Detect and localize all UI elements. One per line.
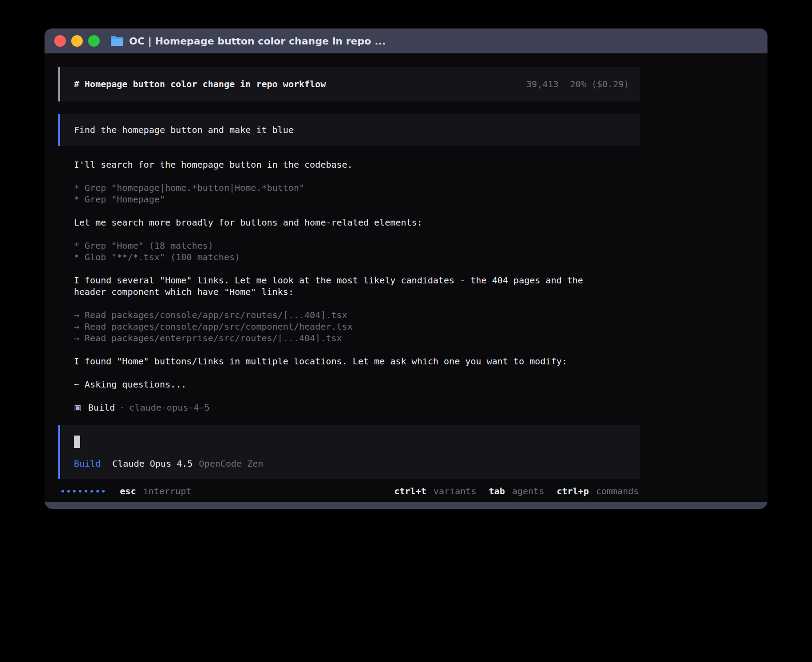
hint-label: agents	[512, 485, 544, 497]
hint-agents: tab agents	[489, 485, 544, 497]
tui-content: # Homepage button color change in repo w…	[58, 67, 640, 502]
read-call-group: → Read packages/console/app/src/routes/[…	[74, 309, 640, 344]
hint-key: ctrl+t	[394, 485, 426, 497]
session-header: # Homepage button color change in repo w…	[58, 67, 640, 101]
working-status: ~ Asking questions...	[74, 379, 640, 390]
provider-label: OpenCode Zen	[199, 458, 264, 469]
status-bar-left: ∙∙∙∙∙∙∙∙ esc interrupt	[60, 485, 191, 497]
mode-label: Build	[74, 458, 101, 469]
close-button[interactable]	[54, 35, 66, 47]
agent-icon: ▣	[74, 402, 81, 413]
token-count: 39,413	[526, 78, 558, 90]
session-stats: 39,413 20% ($0.29)	[526, 78, 629, 90]
read-call: → Read packages/console/app/src/routes/[…	[74, 309, 640, 321]
hint-label: variants	[434, 485, 476, 497]
folder-icon	[110, 36, 124, 46]
agent-model: claude-opus-4-5	[129, 402, 210, 413]
hint-key: ctrl+p	[556, 485, 589, 497]
model-label: Claude Opus 4.5	[112, 458, 193, 469]
text-cursor	[74, 436, 80, 448]
traffic-lights	[54, 35, 100, 47]
input-footer: Build Claude Opus 4.5 OpenCode Zen	[74, 458, 629, 469]
assistant-transcript: I'll search for the homepage button in t…	[58, 159, 640, 425]
titlebar[interactable]: OC | Homepage button color change in rep…	[45, 28, 767, 53]
assistant-paragraph: I found several "Home" links. Let me loo…	[74, 274, 599, 298]
read-call: → Read packages/console/app/src/componen…	[74, 321, 640, 332]
zoom-button[interactable]	[88, 35, 100, 47]
status-bar-right: ctrl+t variants tab agents ctrl+p comman…	[394, 485, 639, 497]
agent-separator: ·	[119, 402, 125, 413]
hint-variants: ctrl+t variants	[394, 485, 476, 497]
esc-key-label: interrupt	[143, 485, 191, 497]
context-usage: 20% ($0.29)	[570, 78, 629, 90]
tool-call: * Glob "**/*.tsx" (100 matches)	[74, 251, 640, 263]
tool-call: * Grep "homepage|home.*button|Home.*butt…	[74, 182, 640, 194]
tool-call-group: * Grep "Home" (18 matches) * Glob "**/*.…	[74, 240, 640, 263]
minimize-button[interactable]	[71, 35, 83, 47]
hint-label: commands	[596, 485, 639, 497]
tool-call: * Grep "Home" (18 matches)	[74, 240, 640, 251]
esc-key-hint: esc	[120, 485, 136, 497]
terminal-content: # Homepage button color change in repo w…	[45, 53, 767, 502]
assistant-paragraph: I found "Home" buttons/links in multiple…	[74, 355, 640, 367]
agent-status-line: ▣ Build · claude-opus-4-5	[74, 402, 640, 413]
terminal-window: OC | Homepage button color change in rep…	[45, 28, 767, 509]
agent-name: Build	[88, 402, 115, 413]
user-message-text: Find the homepage button and make it blu…	[74, 124, 294, 136]
hint-key: tab	[489, 485, 505, 497]
window-title: OC | Homepage button color change in rep…	[129, 36, 386, 47]
hint-commands: ctrl+p commands	[556, 485, 639, 497]
prompt-input[interactable]: Build Claude Opus 4.5 OpenCode Zen	[58, 425, 640, 479]
status-bar: ∙∙∙∙∙∙∙∙ esc interrupt ctrl+t variants t…	[58, 485, 640, 497]
session-title: # Homepage button color change in repo w…	[74, 78, 326, 90]
read-call: → Read packages/enterprise/src/routes/[.…	[74, 332, 640, 344]
assistant-paragraph: Let me search more broadly for buttons a…	[74, 217, 640, 228]
tool-call: * Grep "Homepage"	[74, 194, 640, 205]
spinner-dots-icon: ∙∙∙∙∙∙∙∙	[60, 485, 106, 497]
tool-call-group: * Grep "homepage|home.*button|Home.*butt…	[74, 182, 640, 205]
user-message: Find the homepage button and make it blu…	[58, 114, 640, 146]
assistant-paragraph: I'll search for the homepage button in t…	[74, 159, 640, 170]
